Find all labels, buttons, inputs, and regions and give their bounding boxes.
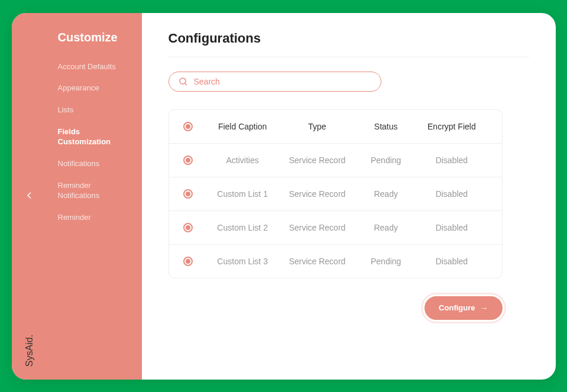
- cell-caption: Custom List 2: [207, 223, 278, 232]
- sidebar: Customize Account Defaults Appearance Li…: [47, 13, 142, 380]
- cell-encrypt: Disabled: [416, 155, 487, 165]
- cell-status: Pending: [356, 257, 416, 266]
- row-radio[interactable]: [183, 155, 193, 165]
- cell-caption: Activities: [207, 155, 278, 165]
- row-radio[interactable]: [183, 257, 193, 266]
- sidebar-item-reminder[interactable]: Reminder: [58, 207, 131, 229]
- sidebar-item-notifications[interactable]: Notifications: [58, 153, 131, 175]
- sidebar-item-account-defaults[interactable]: Account Defaults: [58, 56, 131, 78]
- rail: SysAid.: [12, 13, 47, 380]
- search-input[interactable]: [194, 77, 371, 86]
- chevron-left-icon: [27, 191, 33, 199]
- cell-caption: Custom List 3: [207, 257, 278, 266]
- actions-bar: Configure →: [169, 296, 503, 320]
- cell-encrypt: Disabled: [416, 257, 487, 266]
- cell-type: Service Record: [278, 189, 356, 199]
- cell-encrypt: Disabled: [416, 223, 487, 232]
- search-icon: [179, 77, 188, 86]
- sidebar-title: Customize: [58, 31, 131, 44]
- app-container: SysAid. Customize Account Defaults Appea…: [12, 13, 556, 380]
- header-caption: Field Caption: [207, 122, 278, 131]
- sidebar-item-reminder-notifications[interactable]: Reminder Notifications: [58, 175, 131, 207]
- table-row[interactable]: Custom List 2 Service Record Ready Disab…: [169, 211, 502, 245]
- collapse-sidebar-button[interactable]: [27, 191, 33, 201]
- cell-encrypt: Disabled: [416, 189, 487, 199]
- sidebar-item-lists[interactable]: Lists: [58, 99, 131, 121]
- header-type: Type: [278, 122, 356, 131]
- radio-dot-icon: [186, 158, 190, 163]
- sidebar-item-appearance[interactable]: Appearance: [58, 77, 131, 99]
- sidebar-item-fields-customization[interactable]: Fields Customization: [58, 121, 131, 153]
- configure-button-label: Configure: [439, 303, 475, 312]
- svg-line-1: [185, 83, 187, 85]
- arrow-right-icon: →: [480, 303, 488, 313]
- svg-point-0: [180, 78, 186, 84]
- brand-logo: SysAid.: [24, 334, 35, 366]
- select-all-radio[interactable]: [183, 122, 193, 131]
- cell-status: Ready: [356, 189, 416, 199]
- page-title: Configurations: [169, 31, 529, 46]
- table-row[interactable]: Activities Service Record Pending Disabl…: [169, 144, 502, 177]
- radio-dot-icon: [186, 124, 190, 129]
- cell-type: Service Record: [278, 223, 356, 232]
- header-status: Status: [356, 122, 416, 131]
- table-row[interactable]: Custom List 1 Service Record Ready Disab…: [169, 177, 502, 211]
- cell-status: Pending: [356, 155, 416, 165]
- radio-dot-icon: [186, 225, 190, 230]
- cell-caption: Custom List 1: [207, 189, 278, 199]
- row-radio[interactable]: [183, 189, 193, 199]
- cell-status: Ready: [356, 223, 416, 232]
- header-encrypt: Encrypt Field: [416, 122, 487, 131]
- radio-dot-icon: [186, 192, 190, 196]
- row-radio[interactable]: [183, 223, 193, 232]
- configure-button[interactable]: Configure →: [425, 296, 502, 320]
- cell-type: Service Record: [278, 155, 356, 165]
- table-row[interactable]: Custom List 3 Service Record Pending Dis…: [169, 245, 502, 278]
- table-header-row: Field Caption Type Status Encrypt Field: [169, 110, 502, 144]
- main-content: Configurations Field Caption Type: [142, 13, 556, 380]
- radio-dot-icon: [186, 259, 190, 264]
- cell-type: Service Record: [278, 257, 356, 266]
- search-wrap[interactable]: [169, 72, 381, 92]
- divider: [169, 57, 529, 57]
- config-table: Field Caption Type Status Encrypt Field …: [169, 109, 503, 278]
